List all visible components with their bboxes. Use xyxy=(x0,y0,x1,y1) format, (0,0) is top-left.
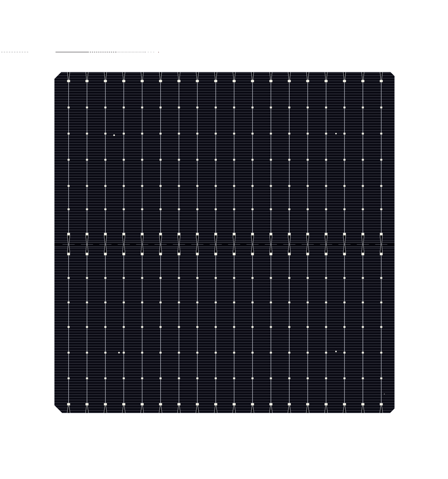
solder-pad xyxy=(380,159,382,161)
solder-pad xyxy=(325,253,327,255)
solder-pad xyxy=(233,80,236,82)
solder-pad xyxy=(325,159,327,161)
solder-pad xyxy=(160,185,162,187)
solder-pad xyxy=(196,301,198,303)
solar-cell-photo xyxy=(0,0,448,479)
solder-pad xyxy=(233,301,235,303)
scratch-line-segment xyxy=(88,52,117,52)
solder-pad xyxy=(288,403,291,406)
solder-pad xyxy=(362,208,364,210)
solder-pad xyxy=(178,106,180,108)
solder-pad xyxy=(307,377,309,379)
solder-pad xyxy=(380,185,382,187)
solder-pad xyxy=(252,352,254,353)
solder-pad xyxy=(86,208,88,210)
solder-pad xyxy=(215,106,217,108)
scratch-line-end-dot xyxy=(158,52,159,53)
solder-pad xyxy=(270,106,272,108)
solder-pad xyxy=(288,159,290,161)
solder-pad xyxy=(67,233,70,235)
solder-pad xyxy=(380,301,382,303)
solder-pad xyxy=(122,403,125,406)
solder-pad xyxy=(325,80,328,82)
solder-pad xyxy=(288,301,290,303)
solder-pad xyxy=(362,133,364,134)
solder-pad xyxy=(361,253,364,255)
solder-pad xyxy=(288,106,290,108)
solder-pad xyxy=(178,377,180,379)
solder-pad xyxy=(68,326,70,328)
solder-pad xyxy=(361,80,364,82)
solder-pad xyxy=(380,80,383,82)
solder-pad xyxy=(104,133,106,134)
solder-pad xyxy=(141,301,143,303)
solder-pad xyxy=(68,185,70,187)
solder-pad xyxy=(270,133,272,134)
solder-pad xyxy=(123,185,125,187)
solder-pad xyxy=(104,352,106,353)
solder-pad xyxy=(104,403,107,406)
solder-pad xyxy=(104,326,106,328)
solder-pad xyxy=(104,277,106,279)
solder-pad xyxy=(68,133,70,134)
solder-pad xyxy=(344,106,345,108)
solder-pad xyxy=(104,208,106,210)
solder-pad xyxy=(159,403,162,406)
solder-pad xyxy=(361,403,364,406)
solder-pad xyxy=(196,159,198,161)
solder-pad xyxy=(344,133,345,134)
solder-pad xyxy=(233,106,235,108)
solder-pad xyxy=(160,277,162,279)
solder-pad xyxy=(288,185,290,187)
solder-pad xyxy=(251,403,254,406)
solder-pad xyxy=(141,185,143,187)
defect-dot xyxy=(113,134,115,136)
solder-pad xyxy=(215,326,217,328)
solder-pad xyxy=(380,233,383,235)
solder-pad xyxy=(215,185,217,187)
solder-pad xyxy=(380,403,383,406)
solder-pad xyxy=(68,377,70,379)
solder-pad xyxy=(325,133,327,134)
solder-pad xyxy=(233,377,235,379)
solder-pad xyxy=(123,277,125,279)
solder-pad xyxy=(362,352,364,353)
solder-pad xyxy=(288,377,290,379)
solder-pad xyxy=(86,133,88,134)
solder-pad xyxy=(141,106,143,108)
solder-pad xyxy=(104,106,106,108)
solder-pad xyxy=(362,301,364,303)
solder-pad xyxy=(270,159,272,161)
solder-pad xyxy=(141,326,143,328)
solder-pad xyxy=(306,233,309,235)
solder-pad xyxy=(233,159,235,161)
solder-pad xyxy=(344,208,345,210)
solder-pad xyxy=(159,80,162,82)
solder-pad xyxy=(123,326,125,328)
solder-pad xyxy=(251,253,254,255)
solder-pad xyxy=(215,301,217,303)
solder-pad xyxy=(288,133,290,134)
solder-pad xyxy=(141,159,143,161)
solder-pad xyxy=(214,253,217,255)
solder-pad xyxy=(160,133,162,134)
solder-pad xyxy=(178,159,180,161)
solder-pad xyxy=(233,352,235,353)
solder-pad xyxy=(178,208,180,210)
solder-pad xyxy=(362,106,364,108)
solar-cell-wafer xyxy=(54,72,395,413)
solder-pad xyxy=(270,377,272,379)
solder-pad xyxy=(68,352,70,353)
solder-pad xyxy=(233,208,235,210)
solder-pad xyxy=(178,301,180,303)
solder-pad xyxy=(233,403,236,406)
defect-dot xyxy=(335,351,337,352)
solder-pad xyxy=(307,301,309,303)
solder-pad xyxy=(344,159,345,161)
solder-pad xyxy=(196,253,199,255)
solder-pad xyxy=(252,301,254,303)
solder-pad xyxy=(288,233,291,235)
solder-pad xyxy=(270,80,273,82)
solder-pad xyxy=(270,185,272,187)
solder-pad xyxy=(86,106,88,108)
